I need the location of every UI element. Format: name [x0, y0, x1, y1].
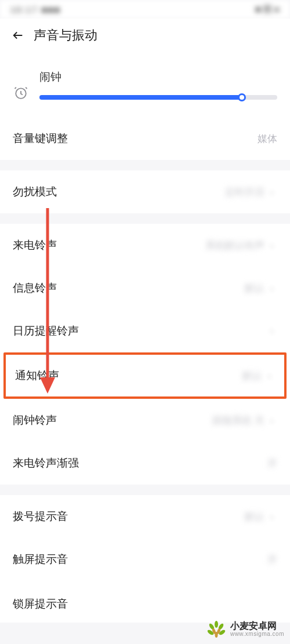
back-icon[interactable] [10, 28, 26, 43]
watermark-url: www.xmsigma.com [230, 631, 284, 637]
notify-value: 默认 [242, 370, 262, 381]
feedback-section: 拨号提示音 默认 › 触屏提示音 开 锁屏提示音 [0, 495, 290, 623]
chevron-right-icon: › [270, 241, 277, 248]
watermark-text: 小麦安卓网 www.xmsigma.com [230, 621, 284, 638]
crescendo-value: 开 [267, 458, 277, 469]
status-time: 10:17 ■■■ [10, 5, 61, 14]
chevron-right-icon: › [268, 371, 275, 378]
incoming-value: 系统默认铃声 [205, 240, 264, 251]
page-title: 声音与振动 [34, 27, 97, 44]
message-value: 默认 [245, 283, 264, 294]
chevron-right-icon: › [270, 416, 277, 423]
locktone-row[interactable]: 锁屏提示音 [0, 581, 290, 623]
dialtone-row[interactable]: 拨号提示音 默认 › [0, 495, 290, 538]
crescendo-value-wrap: 开 [267, 457, 277, 470]
incoming-value-wrap: 系统默认铃声 › [205, 239, 277, 252]
svg-point-10 [215, 632, 217, 638]
calendar-row[interactable]: 日历提醒铃声 › [0, 310, 290, 352]
message-row[interactable]: 信息铃声 默认 › [0, 267, 290, 310]
volume-key-row[interactable]: 音量键调整 媒体 [0, 117, 290, 160]
alarmtone-value: 跟随系统 关 [212, 415, 264, 426]
message-label: 信息铃声 [13, 281, 57, 296]
dialtone-value-wrap: 默认 › [245, 510, 277, 523]
incoming-label: 来电铃声 [13, 238, 57, 253]
highlight-annotation: 通知铃声 默认 › [3, 352, 287, 399]
alarmtone-row[interactable]: 闹钟铃声 跟随系统 关 › [0, 399, 290, 442]
notify-value-wrap: 默认 › [242, 369, 275, 383]
dnd-value-wrap: 定时开启 › [225, 185, 277, 199]
section-gap [0, 213, 290, 224]
chevron-right-icon: › [270, 512, 277, 519]
touchtone-value: 开 [267, 554, 277, 565]
dialtone-label: 拨号提示音 [13, 509, 68, 524]
dialtone-value: 默认 [245, 511, 264, 522]
dnd-label: 勿扰模式 [13, 184, 57, 199]
wheat-logo-icon [206, 618, 227, 639]
chevron-right-icon: › [270, 283, 277, 290]
dnd-section: 勿扰模式 定时开启 › [0, 170, 290, 213]
crescendo-label: 来电铃声渐强 [13, 456, 79, 471]
touchtone-value-wrap: 开 [267, 553, 277, 566]
alarm-slider[interactable] [39, 95, 277, 100]
alarm-volume-block: 闹钟 音量键调整 媒体 [0, 53, 290, 160]
dnd-value: 定时开启 [225, 187, 264, 198]
alarm-slider-fill [39, 95, 242, 100]
status-bar: 10:17 ■■■ ■ 图 ● [0, 0, 290, 19]
dnd-row[interactable]: 勿扰模式 定时开启 › [0, 170, 290, 213]
notify-label: 通知铃声 [15, 368, 59, 383]
alarmtone-value-wrap: 跟随系统 关 › [212, 414, 277, 427]
alarmtone-label: 闹钟铃声 [13, 413, 57, 428]
message-value-wrap: 默认 › [245, 282, 277, 295]
crescendo-row[interactable]: 来电铃声渐强 开 [0, 442, 290, 485]
volume-key-value: 媒体 [258, 132, 277, 145]
alarm-slider-thumb[interactable] [238, 93, 246, 101]
volume-key-label: 音量键调整 [13, 131, 68, 146]
chevron-right-icon: › [270, 187, 277, 194]
watermark: 小麦安卓网 www.xmsigma.com [206, 618, 284, 639]
watermark-name: 小麦安卓网 [230, 621, 284, 631]
notify-row[interactable]: 通知铃声 默认 › [6, 355, 284, 396]
ringtones-section: 来电铃声 系统默认铃声 › 信息铃声 默认 › 日历提醒铃声 › 通知铃声 默认… [0, 224, 290, 485]
calendar-label: 日历提醒铃声 [13, 323, 79, 339]
section-gap [0, 160, 290, 170]
locktone-label: 锁屏提示音 [13, 596, 68, 612]
section-gap [0, 485, 290, 495]
incoming-row[interactable]: 来电铃声 系统默认铃声 › [0, 224, 290, 267]
alarm-label: 闹钟 [39, 70, 277, 85]
status-battery: ■ 图 ● [256, 4, 280, 15]
page-header: 声音与振动 [0, 19, 290, 53]
touchtone-label: 触屏提示音 [13, 552, 68, 567]
touchtone-row[interactable]: 触屏提示音 开 [0, 538, 290, 581]
alarm-clock-icon [13, 85, 29, 101]
svg-point-3 [215, 621, 218, 628]
calendar-value-wrap: › [267, 325, 277, 337]
chevron-right-icon: › [270, 326, 277, 333]
